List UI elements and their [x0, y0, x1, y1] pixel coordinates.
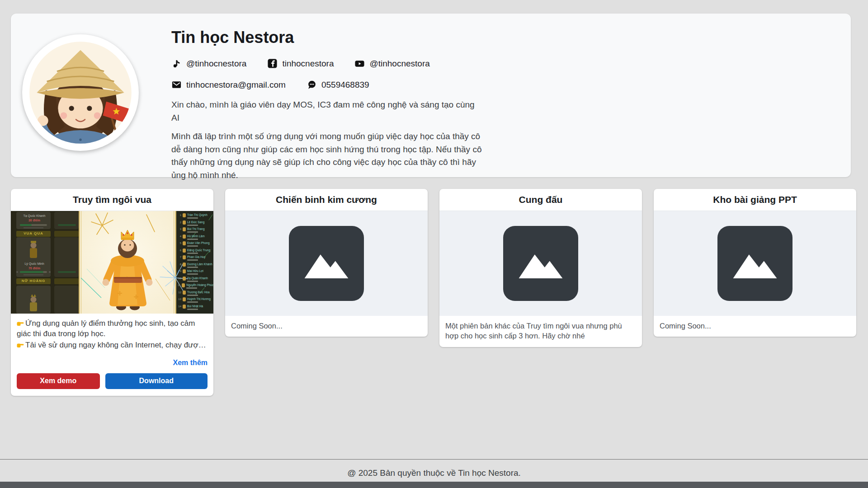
card-chien-binh-kim-cuong: Chiến binh kim cương Coming Soon... [225, 189, 428, 337]
image-placeholder-area [439, 211, 642, 316]
tiktok-icon [171, 58, 182, 69]
apps-grid: Truy tìm ngôi vua [11, 189, 856, 396]
leaderboard-row: 9Mai Hữu Lợi [178, 269, 212, 275]
leaderboard-avatar-icon [183, 291, 186, 295]
youtube-handle: @tinhocnestora [369, 59, 429, 69]
chat-icon [307, 80, 317, 90]
social-links-row: @tinhocnestora tinhocnestora @tinhocnest… [171, 58, 524, 69]
card-caption: Coming Soon... [225, 316, 428, 337]
card-title: Truy tìm ngôi vua [11, 189, 213, 211]
card-title: Cung đấu [439, 189, 642, 211]
profile-info: Tin học Nestora @tinhocnestora tinho [171, 28, 524, 188]
footer-divider [0, 459, 868, 460]
bio-line-2: Mình đã lập trình một số ứng dụng với mo… [171, 130, 484, 182]
download-button[interactable]: Download [105, 373, 208, 389]
leaderboard-avatar-icon [183, 263, 186, 267]
image-placeholder [503, 226, 578, 301]
leaderboard-avatar-icon [183, 241, 186, 245]
game-screenshot: Tạ Quốc Khanh 30 điểm VUA QUA Lý Quốc Mi… [11, 211, 213, 314]
leaderboard-avatar-icon [182, 283, 185, 287]
avatar [22, 34, 139, 151]
leaderboard-row: 4Hồ Minh Lâm [178, 235, 212, 240]
leaderboard-row: 2Lê Đức Sang [178, 221, 212, 226]
image-placeholder-area [654, 211, 856, 316]
contact-row: tinhocnestora@gmail.com 0559468839 [171, 80, 524, 90]
image-placeholder-area [225, 211, 428, 316]
leaderboard-avatar-icon [183, 235, 186, 239]
page-title: Tin học Nestora [171, 28, 524, 47]
bio-line-1: Xin chào, mình là giáo viên dạy MOS, IC3… [171, 99, 484, 124]
demo-button[interactable]: Xem demo [17, 373, 100, 389]
youtube-link[interactable]: @tinhocnestora [354, 58, 429, 69]
leaderboard-row: 14Bùi Nhật Hà [178, 305, 212, 310]
card-actions: Xem demo Download [11, 369, 213, 396]
photo-icon [516, 247, 566, 280]
leaderboard-row: 12Trương Đức Hòa [178, 291, 212, 296]
bottom-bar [0, 482, 868, 488]
tiktok-handle: @tinhocnestora [186, 59, 246, 69]
leaderboard-row: 6Đặng Quốc Trung [178, 249, 212, 254]
image-placeholder [289, 226, 364, 301]
leaderboard-row: 10Tạ Quân Khanh [178, 277, 212, 282]
avatar-illustration [24, 37, 137, 149]
tiktok-link[interactable]: @tinhocnestora [171, 58, 246, 69]
image-placeholder [717, 226, 793, 301]
game-leaderboard: 1Trần Thị Quỳnh2Lê Đức Sang3Bùi Thị Tran… [176, 211, 213, 314]
card-kho-bai-giang-ppt: Kho bài giảng PPT Coming Soon... [654, 189, 856, 337]
card-caption: Coming Soon... [654, 316, 856, 337]
card-title: Kho bài giảng PPT [654, 189, 856, 211]
leaderboard-avatar-icon [183, 221, 186, 225]
leaderboard-row: 8Dương Lâm Khánh [178, 263, 212, 268]
email-link[interactable]: tinhocnestora@gmail.com [171, 80, 286, 90]
facebook-link[interactable]: tinhocnestora [267, 58, 334, 69]
page: Tin học Nestora @tinhocnestora tinho [0, 0, 868, 488]
see-more-link[interactable]: Xem thêm [173, 359, 208, 366]
facebook-handle: tinhocnestora [282, 59, 334, 69]
card-truy-tim-ngoi-vua: Truy tìm ngôi vua [11, 189, 213, 396]
app-description: Ứng dụng quản lý điểm thưởng học sinh, t… [11, 314, 213, 351]
leaderboard-avatar-icon [183, 227, 186, 231]
email-icon [171, 80, 182, 90]
leaderboard-avatar-icon [183, 297, 186, 301]
leaderboard-avatar-icon [183, 305, 186, 309]
profile-card: Tin học Nestora @tinhocnestora tinho [11, 14, 851, 177]
phone-link[interactable]: 0559468839 [307, 80, 369, 90]
youtube-icon [354, 58, 365, 69]
photo-icon [302, 247, 351, 280]
leaderboard-avatar-icon [183, 269, 186, 273]
leaderboard-row: 1Trần Thị Quỳnh [178, 213, 212, 219]
leaderboard-avatar-icon [183, 213, 186, 217]
leaderboard-row: 5Đoàn Văn Phong [178, 241, 212, 247]
pointing-hand-icon [17, 343, 24, 348]
leaderboard-row: 7Phan Gia Huy [178, 255, 212, 261]
leaderboard-row: 3Bùi Thị Trang [178, 227, 212, 233]
leaderboard-row: 11Nguyễn Hoàng Phúc [178, 283, 212, 289]
photo-icon [730, 247, 780, 280]
phone-value: 0559468839 [321, 80, 369, 90]
card-title: Chiến binh kim cương [225, 189, 428, 211]
footer-copyright: @ 2025 Bản quyền thuộc về Tin học Nestor… [0, 468, 868, 478]
card-caption: Một phiên bản khác của Truy tìm ngôi vua… [439, 316, 642, 347]
card-cung-dau: Cung đấu Một phiên bản khác của Truy tìm… [439, 189, 642, 347]
see-more-row: Xem thêm [11, 352, 213, 369]
email-value: tinhocnestora@gmail.com [186, 80, 286, 90]
leaderboard-avatar-icon [183, 249, 186, 253]
leaderboard-avatar-icon [183, 255, 186, 259]
bio: Xin chào, mình là giáo viên dạy MOS, IC3… [171, 99, 484, 182]
leaderboard-row: 13Huỳnh Thị Hương [178, 297, 212, 303]
feature-bullet: Ứng dụng quản lý điểm thưởng học sinh, t… [17, 319, 208, 339]
pointing-hand-icon [17, 321, 24, 326]
facebook-icon [267, 58, 278, 69]
leaderboard-avatar-icon [183, 277, 186, 281]
feature-bullet: Tải về sử dụng ngay không cần Internet, … [17, 340, 208, 351]
